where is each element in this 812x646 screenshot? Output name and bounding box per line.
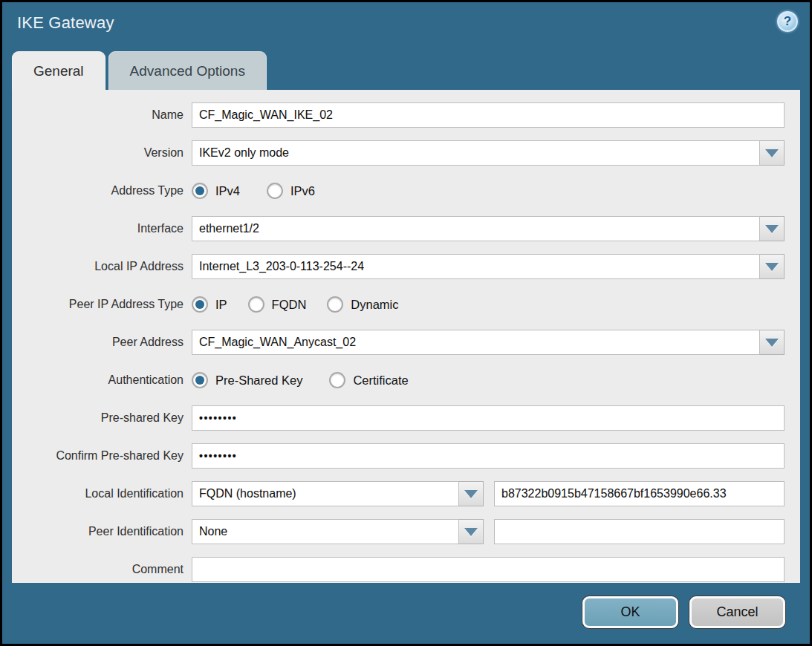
peer-address-label: Peer Address: [12, 336, 192, 349]
ipv6-radio-label: IPv6: [290, 184, 315, 198]
peer-address-row: Peer Address: [12, 330, 790, 355]
peer-identification-label: Peer Identification: [12, 525, 192, 538]
peer-identification-value-input[interactable]: [494, 519, 785, 544]
name-row: Name: [12, 102, 790, 128]
peer-address-dropdown-button[interactable]: [760, 330, 785, 355]
peer-identification-type-value: None: [199, 525, 227, 538]
local-ip-label: Local IP Address: [12, 260, 192, 273]
dialog-title: IKE Gateway: [17, 13, 114, 33]
local-ip-dropdown-button[interactable]: [760, 254, 785, 279]
preshared-key-radio-label: Pre-Shared Key: [215, 373, 302, 388]
tab-advanced-options[interactable]: Advanced Options: [108, 51, 267, 90]
version-row: Version: [12, 140, 790, 166]
peer-dynamic-radio-label: Dynamic: [351, 298, 398, 312]
peer-fqdn-radio-label: FQDN: [272, 298, 307, 312]
version-input[interactable]: [192, 140, 760, 166]
peer-ip-radio-label: IP: [215, 298, 227, 312]
comment-input[interactable]: [192, 557, 785, 582]
authentication-label: Authentication: [12, 373, 192, 387]
ipv4-radio[interactable]: [192, 183, 208, 199]
cancel-button[interactable]: Cancel: [689, 596, 785, 628]
tab-general[interactable]: General: [12, 51, 105, 90]
peer-fqdn-radio[interactable]: [248, 296, 264, 313]
interface-dropdown-button[interactable]: [760, 216, 785, 241]
local-ip-input[interactable]: [192, 254, 760, 279]
local-identification-type-value: FQDN (hostname): [199, 487, 296, 500]
peer-ip-radio[interactable]: [192, 296, 208, 313]
tab-bar: General Advanced Options: [12, 51, 267, 90]
certificate-radio[interactable]: [329, 372, 345, 388]
chevron-down-icon: [765, 149, 779, 157]
peer-dynamic-radio[interactable]: [327, 296, 343, 313]
preshared-key-input[interactable]: [192, 405, 785, 431]
comment-row: Comment: [12, 557, 790, 582]
local-identification-value-input[interactable]: [494, 481, 785, 506]
peer-identification-dropdown-button[interactable]: [459, 519, 484, 544]
local-identification-type-dropdown[interactable]: FQDN (hostname): [192, 481, 459, 506]
certificate-radio-label: Certificate: [353, 373, 408, 388]
confirm-preshared-key-input[interactable]: [192, 443, 785, 469]
tab-advanced-options-label: Advanced Options: [130, 63, 245, 79]
preshared-key-label: Pre-shared Key: [12, 411, 192, 425]
peer-ip-type-row: Peer IP Address Type IP FQDN Dynamic: [12, 292, 790, 317]
chevron-down-icon: [765, 339, 779, 347]
chevron-down-icon: [464, 528, 478, 536]
address-type-row: Address Type IPv4 IPv6: [12, 178, 790, 203]
version-dropdown-button[interactable]: [760, 140, 785, 166]
name-input[interactable]: [192, 102, 785, 128]
name-label: Name: [12, 108, 192, 122]
authentication-row: Authentication Pre-Shared Key Certificat…: [12, 368, 790, 393]
local-identification-label: Local Identification: [12, 487, 192, 500]
peer-ip-type-label: Peer IP Address Type: [12, 298, 192, 311]
preshared-key-radio[interactable]: [192, 372, 208, 388]
peer-address-input[interactable]: [192, 330, 760, 355]
chevron-down-icon: [765, 263, 779, 271]
ok-button-label: OK: [620, 604, 640, 620]
confirm-preshared-key-label: Confirm Pre-shared Key: [12, 449, 192, 463]
address-type-label: Address Type: [12, 184, 192, 198]
local-ip-row: Local IP Address: [12, 254, 790, 279]
help-icon[interactable]: ?: [777, 11, 798, 32]
title-bar: IKE Gateway ?: [2, 2, 810, 50]
ok-button[interactable]: OK: [582, 596, 678, 628]
preshared-key-row: Pre-shared Key: [12, 405, 790, 431]
tab-general-label: General: [33, 63, 84, 79]
ike-gateway-dialog: IKE Gateway ? General Advanced Options N…: [0, 0, 812, 646]
peer-identification-row: Peer Identification None: [12, 519, 790, 544]
local-identification-dropdown-button[interactable]: [459, 481, 484, 506]
confirm-preshared-key-row: Confirm Pre-shared Key: [12, 443, 790, 469]
comment-label: Comment: [12, 563, 192, 576]
local-identification-row: Local Identification FQDN (hostname): [12, 481, 790, 506]
chevron-down-icon: [464, 490, 478, 498]
interface-label: Interface: [12, 222, 192, 235]
ipv6-radio[interactable]: [267, 183, 283, 199]
version-label: Version: [12, 146, 192, 160]
chevron-down-icon: [765, 225, 779, 233]
general-tab-panel: Name Version Address Type IPv4 IPv6: [12, 90, 800, 583]
peer-identification-type-dropdown[interactable]: None: [192, 519, 459, 544]
help-glyph: ?: [784, 14, 791, 29]
ipv4-radio-label: IPv4: [215, 184, 240, 198]
cancel-button-label: Cancel: [716, 604, 758, 620]
interface-row: Interface: [12, 216, 790, 241]
interface-input[interactable]: [192, 216, 760, 241]
